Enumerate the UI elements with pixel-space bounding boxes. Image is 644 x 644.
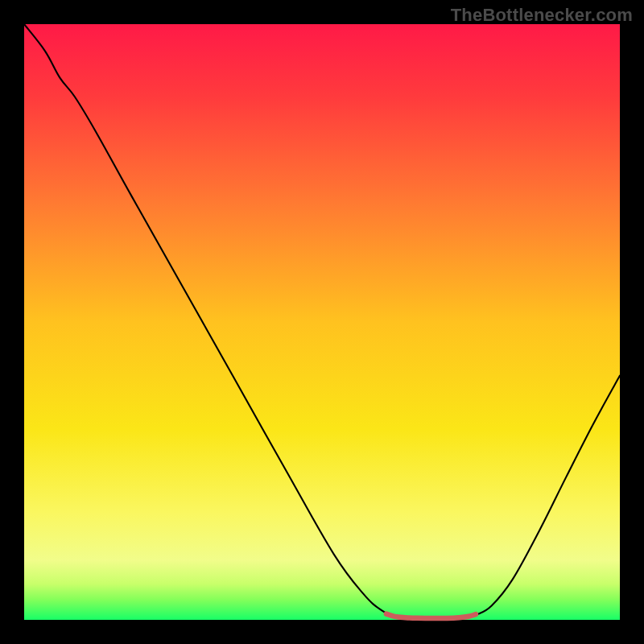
watermark-text: TheBottleneсker.com — [451, 5, 633, 26]
bottleneck-chart — [0, 0, 644, 644]
plot-background — [24, 24, 620, 620]
chart-root: { "watermark": "TheBottleneсker.com", "c… — [0, 0, 644, 644]
